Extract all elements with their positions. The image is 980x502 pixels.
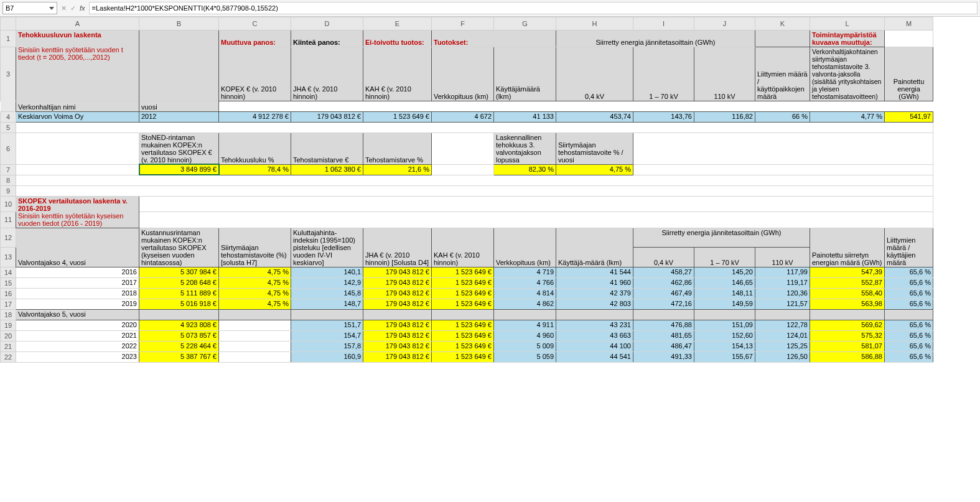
cell-I14[interactable]: 458,27 <box>633 267 694 277</box>
hdr-110kv-2: 110 kV <box>755 248 810 267</box>
select-all-corner[interactable] <box>1 17 16 30</box>
row5-empty[interactable] <box>16 122 933 132</box>
cell-B7[interactable]: 3 849 899 € <box>139 164 219 175</box>
col-B[interactable]: B <box>139 17 219 30</box>
cell-C14[interactable]: 4,75 % <box>219 267 291 277</box>
row-21[interactable]: 21 <box>1 341 16 351</box>
col-H[interactable]: H <box>556 17 633 30</box>
cell-H4[interactable]: 453,74 <box>556 111 633 122</box>
row-17[interactable]: 17 <box>1 299 16 309</box>
cell-E14[interactable]: 179 043 812 € <box>363 267 432 277</box>
row-1[interactable]: 1 <box>1 30 16 47</box>
cell-H7[interactable]: 4,75 % <box>556 164 633 175</box>
col-I[interactable]: I <box>633 17 694 30</box>
cell-G7[interactable]: 82,30 % <box>494 164 556 175</box>
col-G[interactable]: G <box>494 17 556 30</box>
row-16[interactable]: 16 <box>1 288 16 299</box>
cell-G14[interactable]: 4 719 <box>494 267 556 277</box>
title-cell: Tehokkuusluvun laskenta Sinisiin kenttii… <box>16 30 139 101</box>
header-toimintay: Toimintaympäristöä kuvaava muuttuja: <box>810 30 885 47</box>
col-C[interactable]: C <box>219 17 291 30</box>
cancel-icon[interactable]: ✕ <box>61 4 67 12</box>
cell-D7[interactable]: 1 062 380 € <box>291 164 363 175</box>
row-4[interactable]: 4 <box>1 111 16 122</box>
hdr-kuluttaja: Kuluttajahinta-indeksin (1995=100) piste… <box>291 228 363 267</box>
cell-J14[interactable]: 145,20 <box>694 267 755 277</box>
row-12[interactable]: 12 <box>1 228 16 248</box>
fx-icon[interactable]: fx <box>80 4 85 12</box>
name-box-dropdown-icon[interactable] <box>49 7 54 10</box>
cell-F7[interactable] <box>432 164 494 175</box>
hdr-tehokkuus: Tehokkuusluku % <box>219 132 291 164</box>
cell-A6[interactable] <box>16 132 139 164</box>
cell-A7[interactable] <box>16 164 139 175</box>
cell-L4[interactable]: 4,77 % <box>810 111 885 122</box>
row-20[interactable]: 20 <box>1 330 16 341</box>
cell-C4[interactable]: 4 912 278 € <box>219 111 291 122</box>
hdr-110kv: 110 kV <box>694 47 755 101</box>
col-K[interactable]: K <box>755 17 810 30</box>
hdr-04kv-2: 0,4 kV <box>633 248 694 267</box>
cell-C7[interactable]: 78,4 % <box>219 164 291 175</box>
row7-rest[interactable] <box>633 164 933 175</box>
header-muuttuva: Muuttuva panos: <box>219 30 291 47</box>
cell-E4[interactable]: 1 523 649 € <box>363 111 432 122</box>
formula-input[interactable]: =Laskenta!H2*1000*EKSPONENTTI(K4*0,58779… <box>89 2 978 14</box>
cell-G4[interactable]: 41 133 <box>494 111 556 122</box>
cell-M4[interactable]: 541,97 <box>885 111 933 122</box>
col-J[interactable]: J <box>694 17 755 30</box>
row-11[interactable]: 11 <box>1 212 16 228</box>
row-13[interactable]: 13 <box>1 248 16 267</box>
hdr-painotettu: Painotettu energia (GWh) <box>885 47 933 101</box>
hdr-verkonhaltija: Verkonhaltijakohtainen siirtymäajan teho… <box>810 47 885 101</box>
cell-B4[interactable]: 2012 <box>139 111 219 122</box>
cell-A4[interactable]: Keskiarvon Voima Oy <box>16 111 139 122</box>
spreadsheet-grid[interactable]: A B C D E F G H I J K L M 1 Tehokkuusluv… <box>0 17 980 363</box>
row-3[interactable]: 3 <box>1 47 16 101</box>
col-L[interactable]: L <box>810 17 885 30</box>
accept-icon[interactable]: ✓ <box>70 4 76 12</box>
header-K <box>755 30 810 47</box>
cell-F4[interactable]: 4 672 <box>432 111 494 122</box>
cell-K14[interactable]: 117,99 <box>755 267 810 277</box>
row-22[interactable]: 22 <box>1 351 16 362</box>
hdr-jha: JHA € (v. 2010 hinnoin) <box>291 47 363 101</box>
cell-L14[interactable]: 547,39 <box>810 267 885 277</box>
col-D[interactable]: D <box>291 17 363 30</box>
row-5[interactable]: 5 <box>1 122 16 132</box>
cell-F14[interactable]: 1 523 649 € <box>432 267 494 277</box>
row-19[interactable]: 19 <box>1 320 16 330</box>
cell-B14[interactable]: 5 307 984 € <box>139 267 219 277</box>
row-14[interactable]: 14 <box>1 267 16 277</box>
row-7[interactable]: 7 <box>1 164 16 175</box>
formula-bar: B7 ✕ ✓ fx =Laskenta!H2*1000*EKSPONENTTI(… <box>0 0 980 17</box>
hdr-siirtymaajan: Siirtymäajan tehostamistavoite % / vuosi <box>556 132 633 164</box>
name-box[interactable]: B7 <box>2 2 57 14</box>
cell-I4[interactable]: 143,76 <box>633 111 694 122</box>
cell-D4[interactable]: 179 043 812 € <box>291 111 363 122</box>
cell-J4[interactable]: 116,82 <box>694 111 755 122</box>
col-M[interactable]: M <box>885 17 933 30</box>
hdr-stoned: StoNED-rintaman mukainen KOPEX:n vertail… <box>139 132 219 164</box>
cell-E7[interactable]: 21,6 % <box>363 164 432 175</box>
hdr-kustannus: Kustannusrintaman mukainen KOPEX:n verta… <box>139 228 219 267</box>
header-B <box>139 30 219 101</box>
cell-D14[interactable]: 140,1 <box>291 267 363 277</box>
row-8[interactable]: 8 <box>1 175 16 185</box>
hdr-verkonhaltijan-nimi: Verkonhaltijan nimi <box>16 101 139 111</box>
row-9[interactable]: 9 <box>1 185 16 196</box>
cell-F6[interactable] <box>432 132 494 164</box>
row-15[interactable]: 15 <box>1 277 16 288</box>
col-A[interactable]: A <box>16 17 139 30</box>
hdr-kayttaja2: Käyttäjä-määrä (lkm) <box>556 228 633 267</box>
col-F[interactable]: F <box>432 17 494 30</box>
cell-A14[interactable]: 2016 <box>16 267 139 277</box>
cell-K4[interactable]: 66 % <box>755 111 810 122</box>
row6-rest[interactable] <box>633 132 933 164</box>
col-E[interactable]: E <box>363 17 432 30</box>
row-10[interactable]: 10 <box>1 196 16 212</box>
row-6[interactable]: 6 <box>1 132 16 164</box>
row-18[interactable]: 18 <box>1 309 16 320</box>
cell-H14[interactable]: 41 544 <box>556 267 633 277</box>
cell-M14[interactable]: 65,6 % <box>885 267 933 277</box>
